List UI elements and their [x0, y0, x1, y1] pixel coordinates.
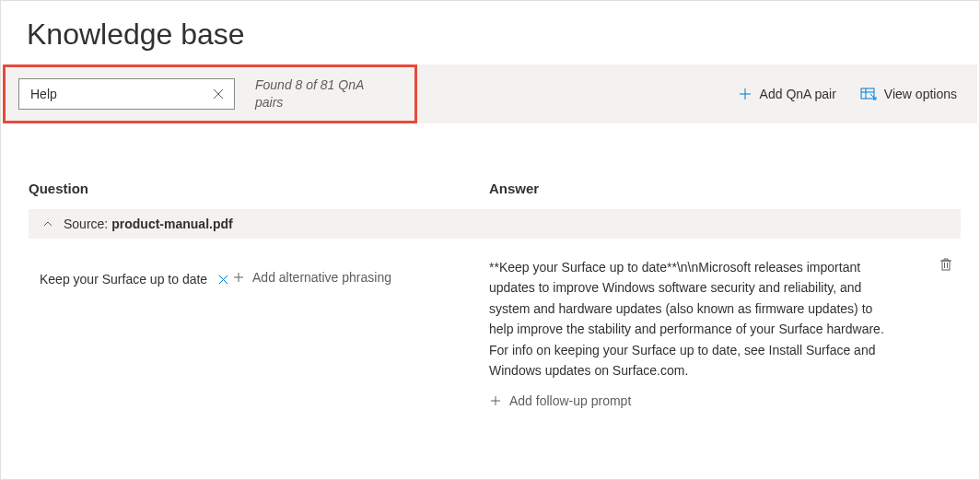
answer-text[interactable]: **Keep your Surface up to date**\n\nMicr… [489, 257, 885, 380]
search-field[interactable] [18, 78, 235, 110]
search-highlight-region: Found 8 of 81 QnA pairs [3, 64, 417, 123]
column-question: Question [29, 181, 489, 196]
add-alternative-phrasing-label: Add alternative phrasing [252, 270, 391, 285]
question-text: Keep your Surface up to date [40, 272, 207, 287]
svg-rect-11 [942, 261, 950, 270]
add-followup-button[interactable]: Add follow-up prompt [489, 393, 631, 408]
add-followup-label: Add follow-up prompt [509, 393, 631, 408]
source-name: product-manual.pdf [111, 217, 232, 231]
add-qna-label: Add QnA pair [760, 87, 836, 101]
remove-question-icon[interactable] [218, 275, 228, 285]
column-answer: Answer [489, 181, 961, 196]
add-alternative-phrasing-button[interactable]: Add alternative phrasing [232, 270, 391, 285]
qna-row: Keep your Surface up to date Add alterna… [29, 239, 961, 410]
delete-icon[interactable] [939, 257, 953, 275]
add-qna-button[interactable]: Add QnA pair [729, 81, 846, 107]
toolbar: Found 8 of 81 QnA pairs Add QnA pair Vi [3, 64, 977, 123]
plus-icon [232, 271, 245, 284]
source-prefix: Source: [64, 217, 108, 231]
source-row[interactable]: Source: product-manual.pdf [29, 209, 961, 239]
search-results-count: Found 8 of 81 QnA pairs [255, 76, 393, 111]
clear-icon[interactable] [210, 88, 227, 100]
plus-icon [738, 87, 752, 101]
plus-icon [489, 394, 502, 407]
svg-rect-4 [861, 88, 874, 99]
columns-header: Question Answer [29, 181, 961, 196]
chevron-up-icon [41, 217, 54, 230]
search-input[interactable] [30, 87, 210, 101]
view-options-label: View options [884, 87, 957, 101]
view-options-icon [860, 87, 877, 101]
question-item[interactable]: Keep your Surface up to date [40, 272, 228, 287]
page-title: Knowledge base [1, 1, 979, 64]
view-options-button[interactable]: View options [851, 81, 966, 107]
